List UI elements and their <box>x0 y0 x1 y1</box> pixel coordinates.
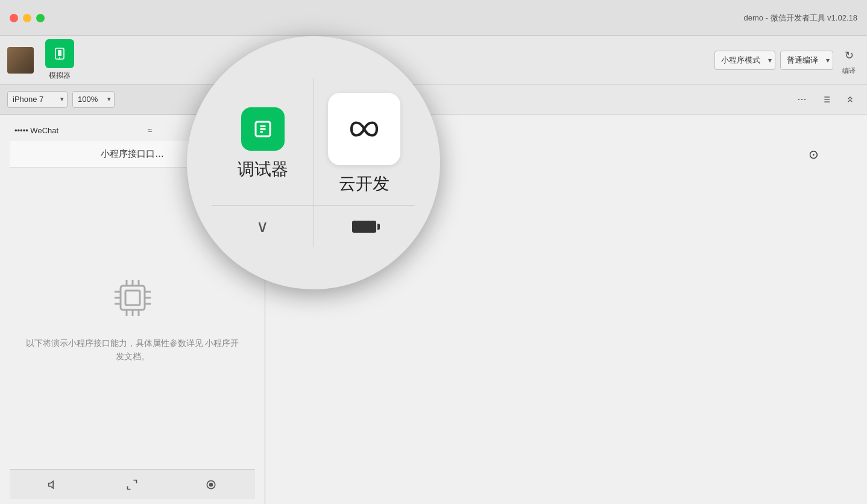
wifi-icon: ≈ <box>148 126 152 135</box>
compile-mode-wrapper[interactable]: 普通编译 <box>780 51 833 70</box>
zoom-select-wrapper[interactable]: 100% 75% 125% <box>72 91 115 108</box>
more-button[interactable]: ··· <box>792 90 812 109</box>
program-mode-select[interactable]: 小程序模式 <box>714 51 775 70</box>
collapse-button[interactable] <box>840 90 860 109</box>
svg-rect-1 <box>58 50 61 56</box>
compile-label: 编译 <box>842 66 856 75</box>
layers-btn[interactable] <box>121 474 143 496</box>
record-btn[interactable] <box>200 474 222 496</box>
svg-point-22 <box>209 483 212 486</box>
simulator-icon <box>45 39 74 68</box>
debugger-icon <box>241 107 285 151</box>
sort-button[interactable] <box>816 90 836 109</box>
signal-text: ••••• WeChat <box>14 126 58 135</box>
avatar[interactable] <box>7 47 34 74</box>
titlebar: demo - 微信开发者工具 v1.02.18 <box>0 0 867 36</box>
close-button[interactable] <box>10 14 18 22</box>
compile-mode-select[interactable]: 普通编译 <box>780 51 833 70</box>
battery-cell <box>314 206 415 247</box>
record-icon: ⊙ <box>809 147 819 162</box>
cloud-dev-button[interactable]: 云开发 <box>314 78 415 205</box>
program-mode-wrapper[interactable]: 小程序模式 <box>714 51 775 70</box>
magnifier-bottom-row: ∨ <box>212 206 415 247</box>
main-toolbar: 模拟器 小程序模式 普通编译 ↻ 编译 <box>0 36 867 84</box>
simulator-label: 模拟器 <box>49 71 71 81</box>
svg-marker-20 <box>49 481 54 488</box>
phone-bottom-bar <box>10 469 255 499</box>
phone-desc-text: 以下将演示小程序接口能力，具体属性参数详见 小程序开发文档。 <box>22 336 243 364</box>
device-select[interactable]: iPhone 7 iPhone 5 iPhone 8 iPhone X <box>7 91 68 108</box>
traffic-lights <box>10 14 45 22</box>
svg-rect-6 <box>121 286 145 310</box>
chevron-icon: ∨ <box>256 216 269 236</box>
svg-point-2 <box>59 57 60 58</box>
compile-group: ↻ 编译 <box>838 45 860 75</box>
debugger-button[interactable]: 调试器 <box>212 78 314 205</box>
magnifier-top-row: 调试器 云开发 <box>212 78 415 206</box>
chip-icon <box>109 274 157 322</box>
magnifier-content: 调试器 云开发 ∨ <box>187 36 440 289</box>
volume-btn[interactable] <box>43 474 65 496</box>
magnifier-overlay: 调试器 云开发 ∨ <box>187 36 440 289</box>
simulator-button[interactable]: 模拟器 <box>39 39 81 81</box>
cloud-dev-icon <box>328 93 400 165</box>
cloud-dev-label: 云开发 <box>339 172 389 195</box>
maximize-button[interactable] <box>36 14 45 22</box>
chevron-cell[interactable]: ∨ <box>212 206 314 247</box>
battery-icon <box>352 221 376 233</box>
minimize-button[interactable] <box>23 14 31 22</box>
zoom-select[interactable]: 100% 75% 125% <box>72 91 115 108</box>
debugger-label: 调试器 <box>238 158 288 181</box>
device-select-wrapper[interactable]: iPhone 7 iPhone 5 iPhone 8 iPhone X <box>7 91 68 108</box>
window-title: demo - 微信开发者工具 v1.02.18 <box>743 13 857 24</box>
svg-rect-7 <box>125 291 140 305</box>
refresh-button[interactable]: ↻ <box>838 45 860 66</box>
nav-title: 小程序接口口… <box>101 148 164 160</box>
